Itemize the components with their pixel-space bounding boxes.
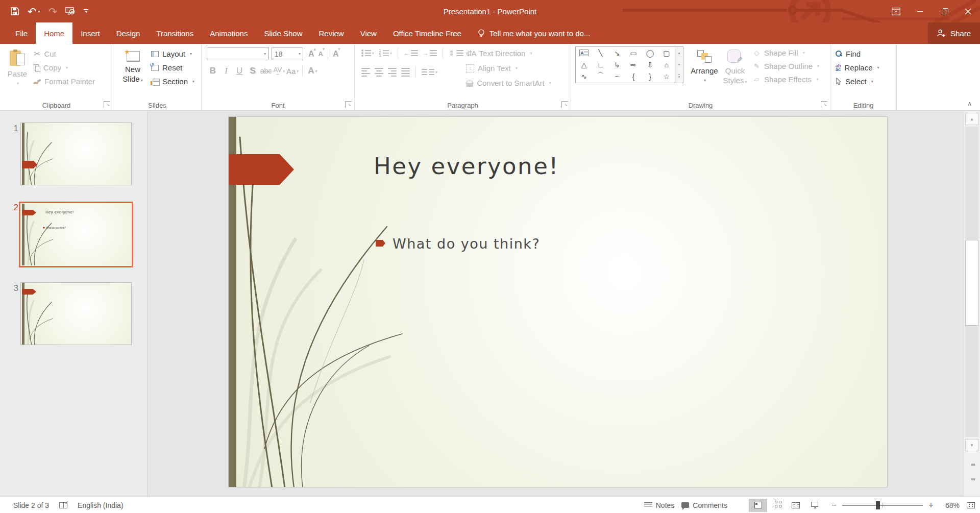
save-icon[interactable] [10,7,19,16]
ribbon-display-options-button[interactable] [884,0,908,22]
tab-office-timeline-free[interactable]: Office Timeline Free [385,22,470,44]
triangle-shape-icon[interactable]: △ [576,59,592,70]
comments-button[interactable]: Comments [681,501,727,509]
elbow-arrow-shape-icon[interactable]: ↳ [609,59,625,70]
freeform-shape-icon[interactable]: ⌂ [658,59,675,70]
tab-animations[interactable]: Animations [202,22,256,44]
arrange-button[interactable]: Arrange ▾ [690,46,719,85]
font-size-input[interactable] [272,48,297,60]
vertical-scrollbar[interactable]: ▴ ▾ ▲▲ ▼▼ [963,111,980,497]
section-button[interactable]: Section ▾ [151,75,194,88]
clipboard-dialog-launcher[interactable]: ↘ [104,101,110,108]
notes-icon [644,502,652,508]
tab-home[interactable]: Home [36,22,72,44]
tab-insert[interactable]: Insert [72,22,108,44]
arrange-icon [697,50,712,65]
gallery-more-button[interactable]: ▾ [675,71,683,83]
close-button[interactable] [956,0,980,22]
customize-quick-access-button[interactable]: ▾ [84,9,88,13]
font-name-combo[interactable]: ▾ [207,47,269,60]
drawing-dialog-launcher[interactable]: ↘ [821,101,827,108]
gallery-scroll-up-button[interactable]: ▴ [675,47,683,59]
paragraph-dialog-launcher[interactable]: ↘ [561,101,568,108]
down-arrow-shape-icon[interactable]: ⇩ [642,59,658,70]
scroll-up-button[interactable]: ▴ [965,113,978,125]
new-slide-button[interactable]: ★ New Slide▾ [117,46,148,85]
tab-review[interactable]: Review [310,22,352,44]
language-indicator[interactable]: English (India) [78,501,124,509]
star-shape-icon[interactable]: ☆ [658,71,675,83]
arrow-shape-icon[interactable]: ↘ [609,47,625,59]
font-size-combo[interactable]: ▾ [272,47,303,60]
previous-slide-button[interactable]: ▲▲ [964,462,980,466]
slide-show-button[interactable] [805,499,824,512]
slide-bullet-text[interactable]: What do you think? [393,236,540,252]
current-slide[interactable]: Hey everyone! What do you think? [228,116,888,487]
shape-fill-button: ◇ Shape Fill ▾ [753,46,819,59]
slide-1-thumbnail[interactable] [20,123,132,185]
scrollbar-thumb[interactable] [965,240,978,326]
font-name-input[interactable] [207,48,261,60]
zoom-level[interactable]: 68% [941,501,960,509]
font-dialog-launcher[interactable]: ↘ [345,101,352,108]
start-from-beginning-button[interactable] [65,7,76,16]
slide-indicator[interactable]: Slide 2 of 3 [13,501,49,509]
collapse-ribbon-button[interactable]: ∧ [967,100,972,107]
zoom-slider[interactable] [842,505,923,506]
oval-shape-icon[interactable]: ◯ [642,47,658,59]
arc-shape-icon[interactable]: ⌒ [592,71,608,83]
tell-me-box[interactable]: Tell me what you want to do... [478,22,591,44]
slide-sorter-view-button[interactable] [768,499,786,512]
scribble-shape-icon[interactable]: ∿ [576,71,592,83]
align-text-caret-icon: ▾ [516,66,518,70]
right-brace-shape-icon[interactable]: } [642,71,658,83]
tab-slide-show[interactable]: Slide Show [256,22,310,44]
paste-button[interactable]: Paste ▾ [3,46,32,88]
curve-shape-icon[interactable]: ~ [609,71,625,83]
zoom-out-button[interactable]: − [831,501,837,510]
line-shape-icon[interactable]: ╲ [592,47,608,59]
restore-button[interactable] [932,0,956,22]
rounded-rectangle-shape-icon[interactable]: ▢ [658,47,675,59]
next-slide-button[interactable]: ▼▼ [964,478,980,481]
layout-button[interactable]: Layout ▾ [151,47,194,61]
right-arrow-shape-icon[interactable]: ⇨ [625,59,642,70]
scroll-down-button[interactable]: ▾ [965,439,978,451]
tab-design[interactable]: Design [108,22,149,44]
zoom-in-button[interactable]: + [928,501,934,510]
columns-icon [422,69,434,75]
textbox-shape-icon[interactable]: A [576,47,592,59]
align-left-button [360,67,372,78]
rectangle-shape-icon[interactable]: ▭ [625,47,642,59]
undo-caret-icon[interactable]: ▾ [38,9,40,14]
undo-button[interactable]: ↶ ▾ [28,6,40,17]
find-button[interactable]: Find [836,47,879,61]
zoom-slider-tick [883,503,883,507]
share-button[interactable]: Share [928,22,980,44]
font-name-caret-icon[interactable]: ▾ [261,48,268,60]
zoom-slider-thumb[interactable] [876,501,880,509]
tab-transitions[interactable]: Transitions [148,22,202,44]
convert-to-smartart-caret-icon: ▾ [549,81,551,85]
replace-button[interactable]: abac Replace ▾ [836,61,879,75]
minimize-button[interactable] [908,0,932,22]
reading-view-button[interactable] [787,499,805,512]
tab-view[interactable]: View [352,22,385,44]
gallery-scroll-down-button[interactable]: ▾ [675,59,683,70]
fit-slide-to-window-button[interactable] [967,502,975,508]
font-size-caret-icon[interactable]: ▾ [297,48,303,60]
tab-file[interactable]: File [7,22,36,44]
select-button[interactable]: Select ▾ [836,75,879,88]
slide-canvas[interactable]: Hey everyone! What do you think? [149,111,963,497]
slide-title[interactable]: Hey everyone! [374,153,559,180]
bullets-button: ▾ [360,49,376,57]
reset-button[interactable]: ↺ Reset [151,61,194,75]
elbow-connector-shape-icon[interactable]: ∟ [592,59,608,70]
normal-view-button[interactable] [749,499,767,512]
spell-check-icon[interactable]: ✓ [59,502,67,508]
slide-3-thumbnail[interactable] [20,282,132,345]
character-spacing-button: AV↔ ▾ [273,64,285,78]
slide-2-thumbnail[interactable]: Hey everyone! What do you think? [20,203,132,266]
left-brace-shape-icon[interactable]: { [625,71,642,83]
notes-button[interactable]: Notes [644,501,675,509]
